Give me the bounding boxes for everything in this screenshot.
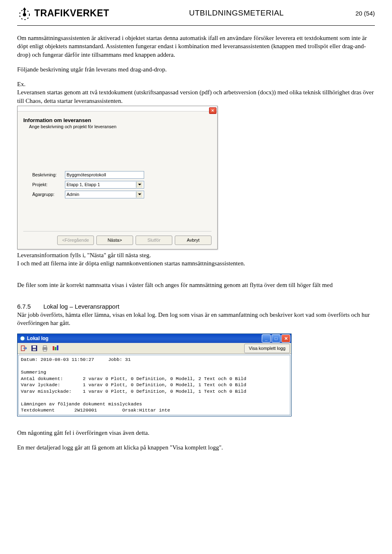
paragraph-1: Om namnsättningsassistenten är aktiverad… [17, 34, 375, 59]
log-title: Lokal log [27, 336, 49, 341]
log-line-1: Datum: 2010-08-03 11:50:27 Jobb: 31 [21, 357, 131, 362]
log-line-4: Varav lyckade: 1 varav 0 Plott, 0 Defini… [21, 382, 246, 387]
print-icon[interactable] [40, 343, 50, 353]
paragraph-9: En mer detaljerad logg går att få genom … [17, 443, 375, 452]
beskrivning-input[interactable] [65, 171, 144, 179]
dialog-heading: Information om leveransen [23, 117, 212, 123]
close-icon[interactable]: ✕ [281, 334, 290, 343]
projekt-label: Projekt: [23, 182, 65, 187]
exit-icon[interactable] [19, 343, 29, 353]
page-number: 20 (54) [355, 10, 375, 17]
svg-rect-12 [55, 347, 56, 350]
previous-button[interactable]: <Föregående [57, 236, 94, 245]
page-header: TRAFIKVERKET UTBILDNINGSMETERIAL 20 (54) [17, 6, 375, 26]
window-buttons: _ □ ✕ [262, 334, 290, 343]
show-full-log-button[interactable]: Visa komplett logg [244, 344, 290, 353]
tool-icon[interactable] [51, 343, 60, 353]
brand-name: TRAFIKVERKET [34, 8, 109, 19]
section-number: 6.7.5 [17, 303, 42, 310]
dialog-titlebar: ✕ [18, 106, 217, 111]
paragraph-8: Om någonting gått fel i överföringen vis… [17, 429, 375, 437]
field-row-beskrivning: Beskrivning: [23, 171, 212, 179]
log-line-5: Varav misslyckade: 1 varav 0 Plott, 0 De… [21, 389, 246, 394]
section-heading: 6.7.5 Lokal log – Leveransrapport [17, 303, 375, 310]
close-icon[interactable]: ✕ [209, 107, 216, 114]
cancel-button[interactable]: Avbryt [175, 236, 212, 245]
field-row-agargrupp: Ägargrupp: Admin [23, 191, 212, 198]
brand: TRAFIKVERKET [17, 6, 109, 20]
paragraph-2: Följande beskrivning utgår från leverans… [17, 65, 375, 73]
app-icon [20, 336, 25, 341]
save-icon[interactable] [29, 343, 39, 353]
agargrupp-value: Admin [67, 192, 79, 197]
log-line-6: Lämningen av följande dokument misslycka… [21, 401, 142, 407]
header-title: UTBILDNINGSMETERIAL [189, 9, 284, 18]
projekt-value: Etapp 1, Etapp 1 [67, 182, 100, 187]
paragraph-3: Leveransen startas genom att två textdok… [17, 88, 375, 105]
svg-rect-1 [24, 9, 25, 13]
local-log-window: Lokal log _ □ ✕ Visa komplett logg Datum… [17, 334, 292, 416]
field-row-projekt: Projekt: Etapp 1, Etapp 1 [23, 181, 212, 189]
agargrupp-select[interactable]: Admin [65, 191, 144, 198]
agargrupp-label: Ägargrupp: [23, 192, 65, 197]
log-body[interactable]: Datum: 2010-08-03 11:50:27 Jobb: 31 Summ… [18, 355, 290, 415]
log-toolbar: Visa komplett logg [18, 343, 291, 354]
svg-rect-11 [53, 346, 54, 350]
svg-point-2 [23, 13, 26, 16]
maximize-icon[interactable]: □ [272, 334, 281, 343]
svg-rect-13 [57, 345, 58, 350]
svg-rect-9 [43, 346, 47, 347]
chevron-down-icon [136, 191, 143, 198]
section-title-text: Lokal log – Leveransrapport [43, 303, 119, 310]
log-line-7: Textdokument 2W120001 Orsak:Hittar inte [21, 407, 170, 413]
finish-button[interactable]: Slutför [136, 236, 172, 245]
beskrivning-label: Beskrivning: [23, 172, 65, 177]
projekt-select[interactable]: Etapp 1, Etapp 1 [65, 181, 144, 189]
paragraph-7: När jobb överförts, hämta eller lämna, v… [17, 311, 375, 327]
chevron-down-icon [136, 182, 143, 188]
svg-point-3 [20, 336, 24, 340]
svg-rect-10 [43, 349, 47, 351]
delivery-info-dialog: ✕ Information om leveransen Ange beskriv… [17, 106, 218, 249]
dialog-button-row: <Föregående Nästa> Slutför Avbryt [23, 231, 212, 245]
log-line-3: Antal dokument: 2 varav 0 Plott, 0 Defin… [21, 376, 246, 381]
paragraph-4: Leveransinformation fylls i, "Nästa" går… [17, 251, 375, 259]
next-button[interactable]: Nästa> [96, 236, 133, 245]
log-line-2: Summering [21, 369, 46, 375]
svg-rect-7 [33, 349, 36, 351]
paragraph-6: De filer som inte är korrekt namnsatta v… [17, 281, 375, 289]
minimize-icon[interactable]: _ [262, 334, 271, 343]
brand-logo-icon [17, 6, 32, 20]
paragraph-5: I och med att filerna inte är döpta enli… [17, 259, 375, 267]
log-titlebar: Lokal log _ □ ✕ [18, 334, 291, 343]
svg-rect-6 [33, 346, 36, 348]
dialog-subheading: Ange beskrivning och projekt för leveran… [29, 124, 212, 129]
example-label: Ex. [17, 80, 375, 88]
